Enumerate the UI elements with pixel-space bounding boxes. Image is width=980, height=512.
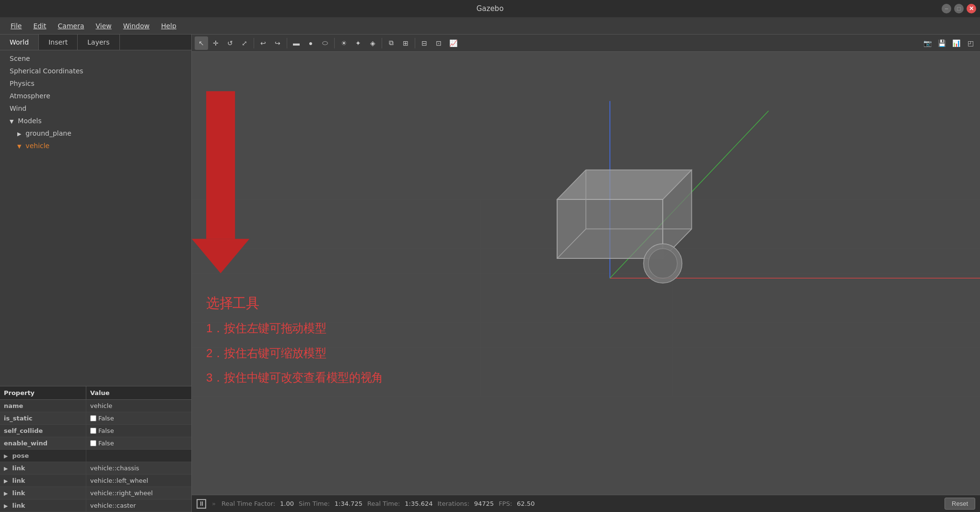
toolbar-sep4 <box>382 38 382 48</box>
prop-row-link-rightwheel[interactable]: ▶ link vehicle::right_wheel <box>0 487 191 500</box>
prop-row-link-caster[interactable]: ▶ link vehicle::caster <box>0 500 191 512</box>
prop-key-pose: ▶ pose <box>0 450 86 462</box>
is-static-checkbox[interactable] <box>90 415 96 421</box>
realtime-label: Real Time: <box>367 500 400 507</box>
props-col-value: Value <box>86 386 114 399</box>
prop-val-isstatic: False <box>86 412 118 424</box>
menu-edit[interactable]: Edit <box>27 20 52 32</box>
scale-tool-button[interactable]: ⤢ <box>238 36 251 50</box>
menu-window[interactable]: Window <box>117 20 155 32</box>
tab-world[interactable]: World <box>0 35 39 50</box>
props-header: Property Value <box>0 386 191 400</box>
tree-item-spherical[interactable]: Spherical Coordinates <box>0 65 191 77</box>
toolbar-sep5 <box>415 38 415 48</box>
tree-item-physics[interactable]: Physics <box>0 77 191 90</box>
prop-key-selfcollide: self_collide <box>0 425 86 437</box>
toolbar-sep1 <box>254 38 254 48</box>
pointlight-button[interactable]: ✦ <box>351 36 365 50</box>
left-panel: World Insert Layers Scene Spherical Coor… <box>0 35 192 512</box>
maximize-button[interactable]: □ <box>954 4 964 13</box>
tree-item-vehicle[interactable]: ▼ vehicle <box>0 140 191 152</box>
tree-item-atmosphere[interactable]: Atmosphere <box>0 90 191 102</box>
prop-key-enablewind: enable_wind <box>0 437 86 449</box>
cylinder-button[interactable]: ⬭ <box>318 36 332 50</box>
fps-label: FPS: <box>499 500 512 507</box>
reset-button[interactable]: Reset <box>945 498 975 510</box>
menu-camera[interactable]: Camera <box>52 20 90 32</box>
sphere-button[interactable]: ● <box>304 36 317 50</box>
graph-button[interactable]: 📊 <box>949 36 963 50</box>
prop-row-link-chassis[interactable]: ▶ link vehicle::chassis <box>0 462 191 475</box>
tree-item-scene[interactable]: Scene <box>0 52 191 65</box>
prop-row-pose[interactable]: ▶ pose <box>0 450 191 462</box>
prop-row-link-leftwheel[interactable]: ▶ link vehicle::left_wheel <box>0 475 191 487</box>
simtime-value: 1:34.725 <box>335 500 362 507</box>
svg-text:1．按住左键可拖动模型: 1．按住左键可拖动模型 <box>206 322 327 335</box>
redo-button[interactable]: ↪ <box>271 36 284 50</box>
simtime-label: Sim Time: <box>299 500 330 507</box>
paste-button[interactable]: ⊞ <box>399 36 412 50</box>
prop-row-enablewind: enable_wind False <box>0 437 191 450</box>
rtf-value: 1.00 <box>280 500 294 507</box>
viewport: ↖ ✛ ↺ ⤢ ↩ ↪ ▬ ● ⬭ ☀ ✦ ◈ ⧉ ⊞ ⊟ ⊡ 📈 📷 💾 <box>192 35 980 512</box>
prop-key-link4: ▶ link <box>0 500 86 512</box>
prop-row-selfcollide: self_collide False <box>0 425 191 437</box>
pause-button[interactable]: ⏸ <box>197 499 206 509</box>
minimize-button[interactable]: – <box>942 4 951 13</box>
toolbar-right: 📷 💾 📊 ◰ <box>921 36 977 50</box>
prop-key-isstatic: is_static <box>0 412 86 424</box>
realtime-value: 1:35.624 <box>405 500 432 507</box>
prop-key-link2: ▶ link <box>0 475 86 487</box>
rtf-label: Real Time Factor: <box>222 500 275 507</box>
tree-item-ground-plane[interactable]: ▶ ground_plane <box>0 127 191 140</box>
prop-val-link1: vehicle::chassis <box>86 462 143 474</box>
select-tool-button[interactable]: ↖ <box>195 36 208 50</box>
svg-text:2．按住右键可缩放模型: 2．按住右键可缩放模型 <box>206 346 327 359</box>
prop-key-link3: ▶ link <box>0 487 86 499</box>
iterations-label: Iterations: <box>437 500 469 507</box>
save-button[interactable]: 💾 <box>935 36 948 50</box>
tree-item-wind[interactable]: Wind <box>0 102 191 115</box>
prop-val-link4: vehicle::caster <box>86 500 140 512</box>
prop-val-name: vehicle <box>86 400 116 412</box>
translate-tool-button[interactable]: ✛ <box>209 36 222 50</box>
tree-item-models[interactable]: ▼ Models <box>0 115 191 127</box>
tab-layers[interactable]: Layers <box>78 35 119 50</box>
panel-button[interactable]: ◰ <box>964 36 977 50</box>
tabs-bar: World Insert Layers <box>0 35 191 50</box>
prop-val-enablewind: False <box>86 437 118 449</box>
menu-file[interactable]: File <box>5 20 27 32</box>
iterations-value: 94725 <box>474 500 494 507</box>
tab-insert[interactable]: Insert <box>39 35 78 50</box>
rotate-tool-button[interactable]: ↺ <box>223 36 237 50</box>
enable-wind-checkbox[interactable] <box>90 440 96 446</box>
chart-button[interactable]: 📈 <box>446 36 460 50</box>
screenshot-button[interactable]: ⊟ <box>418 36 431 50</box>
chevron-icon: » <box>212 500 216 507</box>
3d-viewport[interactable]: 选择工具 1．按住左键可拖动模型 2．按住右键可缩放模型 3．按住中键可改变查看… <box>192 52 980 495</box>
undo-button[interactable]: ↩ <box>257 36 270 50</box>
camera-icon-button[interactable]: 📷 <box>921 36 934 50</box>
scene-svg: 选择工具 1．按住左键可拖动模型 2．按住右键可缩放模型 3．按住中键可改变查看… <box>192 52 980 495</box>
app-title: Gazebo <box>477 4 504 13</box>
properties-table: Property Value name vehicle is_static Fa… <box>0 386 191 512</box>
svg-text:选择工具: 选择工具 <box>206 295 259 311</box>
copy-button[interactable]: ⧉ <box>385 36 398 50</box>
prop-key-name: name <box>0 400 86 412</box>
prop-val-selfcollide: False <box>86 425 118 437</box>
close-button[interactable]: ✕ <box>967 4 976 13</box>
self-collide-checkbox[interactable] <box>90 428 96 434</box>
statusbar: ⏸ » Real Time Factor: 1.00 Sim Time: 1:3… <box>192 495 980 512</box>
sun-button[interactable]: ☀ <box>337 36 350 50</box>
prop-val-pose <box>86 450 94 462</box>
prop-val-link2: vehicle::left_wheel <box>86 475 152 487</box>
menu-help[interactable]: Help <box>155 20 182 32</box>
svg-marker-37 <box>206 91 235 239</box>
toolbar-sep2 <box>287 38 287 48</box>
toolbar: ↖ ✛ ↺ ⤢ ↩ ↪ ▬ ● ⬭ ☀ ✦ ◈ ⧉ ⊞ ⊟ ⊡ 📈 📷 💾 <box>192 35 980 52</box>
box-button[interactable]: ▬ <box>290 36 303 50</box>
menu-view[interactable]: View <box>90 20 117 32</box>
spotdir-button[interactable]: ◈ <box>366 36 379 50</box>
record-button[interactable]: ⊡ <box>432 36 445 50</box>
scene-tree[interactable]: Scene Spherical Coordinates Physics Atmo… <box>0 50 191 386</box>
